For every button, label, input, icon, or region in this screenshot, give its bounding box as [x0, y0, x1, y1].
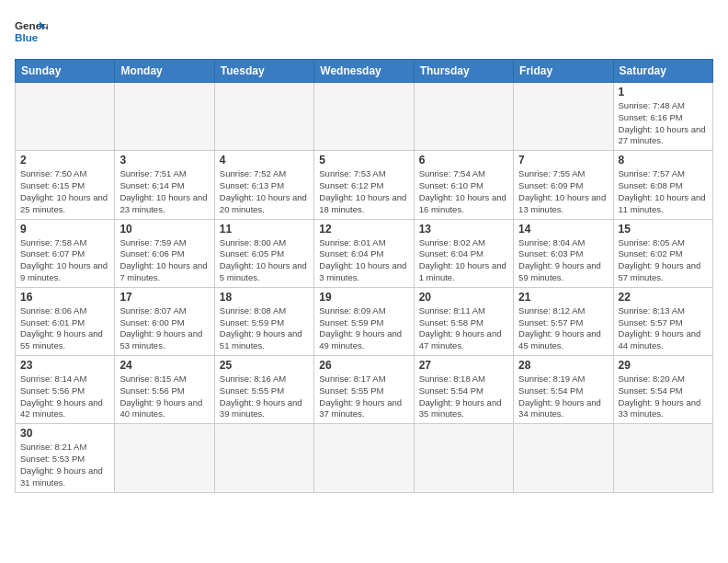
day-info: Sunrise: 7:50 AM Sunset: 6:15 PM Dayligh…	[20, 168, 109, 215]
calendar-cell: 27Sunrise: 8:18 AM Sunset: 5:54 PM Dayli…	[414, 356, 513, 424]
calendar-cell: 25Sunrise: 8:16 AM Sunset: 5:55 PM Dayli…	[214, 356, 313, 424]
day-number: 23	[20, 359, 109, 372]
day-number: 7	[518, 154, 608, 167]
day-number: 19	[319, 291, 408, 304]
day-info: Sunrise: 8:01 AM Sunset: 6:04 PM Dayligh…	[319, 237, 408, 284]
day-number: 28	[518, 359, 608, 372]
calendar-cell	[314, 424, 414, 492]
calendar-cell: 15Sunrise: 8:05 AM Sunset: 6:02 PM Dayli…	[613, 219, 712, 287]
calendar-cell: 2Sunrise: 7:50 AM Sunset: 6:15 PM Daylig…	[16, 151, 115, 219]
day-number: 17	[119, 291, 209, 304]
day-info: Sunrise: 8:18 AM Sunset: 5:54 PM Dayligh…	[419, 373, 508, 420]
calendar-cell: 8Sunrise: 7:57 AM Sunset: 6:08 PM Daylig…	[613, 151, 712, 219]
day-info: Sunrise: 7:48 AM Sunset: 6:16 PM Dayligh…	[619, 100, 708, 147]
day-number: 9	[20, 223, 109, 236]
calendar-week-3: 9Sunrise: 7:58 AM Sunset: 6:07 PM Daylig…	[16, 219, 713, 287]
calendar-cell: 9Sunrise: 7:58 AM Sunset: 6:07 PM Daylig…	[16, 219, 115, 287]
calendar-cell: 17Sunrise: 8:07 AM Sunset: 6:00 PM Dayli…	[115, 287, 214, 355]
day-number: 12	[319, 223, 408, 236]
day-info: Sunrise: 8:16 AM Sunset: 5:55 PM Dayligh…	[220, 373, 309, 420]
day-number: 13	[419, 223, 508, 236]
weekday-header-tuesday: Tuesday	[214, 60, 313, 83]
day-info: Sunrise: 8:12 AM Sunset: 5:57 PM Dayligh…	[518, 305, 608, 352]
day-info: Sunrise: 8:20 AM Sunset: 5:54 PM Dayligh…	[619, 373, 708, 420]
day-number: 22	[619, 291, 708, 304]
calendar-cell: 5Sunrise: 7:53 AM Sunset: 6:12 PM Daylig…	[314, 151, 414, 219]
calendar-cell: 16Sunrise: 8:06 AM Sunset: 6:01 PM Dayli…	[16, 287, 115, 355]
day-number: 15	[619, 223, 708, 236]
day-info: Sunrise: 8:21 AM Sunset: 5:53 PM Dayligh…	[20, 442, 109, 488]
day-info: Sunrise: 7:54 AM Sunset: 6:10 PM Dayligh…	[419, 168, 508, 215]
calendar-cell	[514, 424, 613, 492]
day-number: 20	[419, 291, 508, 304]
svg-text:Blue: Blue	[15, 31, 39, 43]
calendar-cell: 11Sunrise: 8:00 AM Sunset: 6:05 PM Dayli…	[214, 219, 313, 287]
logo: General Blue	[15, 15, 48, 48]
calendar-cell	[16, 83, 115, 151]
day-info: Sunrise: 8:06 AM Sunset: 6:01 PM Dayligh…	[20, 305, 109, 352]
calendar-cell	[214, 83, 313, 151]
day-info: Sunrise: 7:58 AM Sunset: 6:07 PM Dayligh…	[20, 237, 109, 284]
calendar-cell	[613, 424, 712, 492]
calendar-cell	[214, 424, 313, 492]
calendar-cell: 14Sunrise: 8:04 AM Sunset: 6:03 PM Dayli…	[514, 219, 613, 287]
day-number: 24	[119, 359, 209, 372]
day-number: 3	[119, 154, 209, 167]
day-info: Sunrise: 8:09 AM Sunset: 5:59 PM Dayligh…	[319, 305, 408, 352]
day-number: 29	[619, 359, 708, 372]
day-info: Sunrise: 8:19 AM Sunset: 5:54 PM Dayligh…	[518, 373, 608, 420]
day-info: Sunrise: 8:00 AM Sunset: 6:05 PM Dayligh…	[220, 237, 309, 284]
calendar-week-6: 30Sunrise: 8:21 AM Sunset: 5:53 PM Dayli…	[16, 424, 713, 492]
day-info: Sunrise: 7:57 AM Sunset: 6:08 PM Dayligh…	[619, 168, 708, 215]
calendar-cell: 22Sunrise: 8:13 AM Sunset: 5:57 PM Dayli…	[613, 287, 712, 355]
day-info: Sunrise: 8:08 AM Sunset: 5:59 PM Dayligh…	[220, 305, 309, 352]
calendar-cell	[115, 424, 214, 492]
calendar-cell	[514, 83, 613, 151]
day-number: 27	[419, 359, 508, 372]
day-info: Sunrise: 8:05 AM Sunset: 6:02 PM Dayligh…	[619, 237, 708, 284]
weekday-header-wednesday: Wednesday	[314, 60, 414, 83]
day-info: Sunrise: 8:13 AM Sunset: 5:57 PM Dayligh…	[619, 305, 708, 352]
day-number: 5	[319, 154, 408, 167]
day-info: Sunrise: 8:04 AM Sunset: 6:03 PM Dayligh…	[518, 237, 608, 284]
day-info: Sunrise: 7:52 AM Sunset: 6:13 PM Dayligh…	[220, 168, 309, 215]
day-number: 11	[220, 223, 309, 236]
calendar-cell: 20Sunrise: 8:11 AM Sunset: 5:58 PM Dayli…	[414, 287, 513, 355]
calendar-cell: 3Sunrise: 7:51 AM Sunset: 6:14 PM Daylig…	[115, 151, 214, 219]
day-info: Sunrise: 7:53 AM Sunset: 6:12 PM Dayligh…	[319, 168, 408, 215]
calendar-cell: 12Sunrise: 8:01 AM Sunset: 6:04 PM Dayli…	[314, 219, 414, 287]
page-header: General Blue	[15, 15, 713, 48]
calendar-cell: 18Sunrise: 8:08 AM Sunset: 5:59 PM Dayli…	[214, 287, 313, 355]
weekday-header-row: SundayMondayTuesdayWednesdayThursdayFrid…	[16, 60, 713, 83]
day-number: 4	[220, 154, 309, 167]
calendar-week-2: 2Sunrise: 7:50 AM Sunset: 6:15 PM Daylig…	[16, 151, 713, 219]
day-number: 16	[20, 291, 109, 304]
day-number: 14	[518, 223, 608, 236]
calendar-cell: 23Sunrise: 8:14 AM Sunset: 5:56 PM Dayli…	[16, 356, 115, 424]
day-info: Sunrise: 8:02 AM Sunset: 6:04 PM Dayligh…	[419, 237, 508, 284]
day-info: Sunrise: 8:15 AM Sunset: 5:56 PM Dayligh…	[119, 373, 209, 420]
day-number: 10	[119, 223, 209, 236]
calendar-cell: 4Sunrise: 7:52 AM Sunset: 6:13 PM Daylig…	[214, 151, 313, 219]
calendar-cell: 28Sunrise: 8:19 AM Sunset: 5:54 PM Dayli…	[514, 356, 613, 424]
calendar-cell: 7Sunrise: 7:55 AM Sunset: 6:09 PM Daylig…	[514, 151, 613, 219]
day-info: Sunrise: 8:17 AM Sunset: 5:55 PM Dayligh…	[319, 373, 408, 420]
calendar-week-5: 23Sunrise: 8:14 AM Sunset: 5:56 PM Dayli…	[16, 356, 713, 424]
calendar-cell: 21Sunrise: 8:12 AM Sunset: 5:57 PM Dayli…	[514, 287, 613, 355]
day-info: Sunrise: 8:14 AM Sunset: 5:56 PM Dayligh…	[20, 373, 109, 420]
weekday-header-sunday: Sunday	[16, 60, 115, 83]
calendar-cell: 26Sunrise: 8:17 AM Sunset: 5:55 PM Dayli…	[314, 356, 414, 424]
day-number: 8	[619, 154, 708, 167]
calendar-cell: 6Sunrise: 7:54 AM Sunset: 6:10 PM Daylig…	[414, 151, 513, 219]
logo-icon: General Blue	[15, 15, 48, 48]
day-number: 1	[619, 86, 708, 98]
day-number: 18	[220, 291, 309, 304]
weekday-header-monday: Monday	[115, 60, 214, 83]
calendar-cell	[414, 83, 513, 151]
calendar-cell	[314, 83, 414, 151]
calendar: SundayMondayTuesdayWednesdayThursdayFrid…	[15, 59, 713, 493]
calendar-cell: 13Sunrise: 8:02 AM Sunset: 6:04 PM Dayli…	[414, 219, 513, 287]
day-number: 30	[20, 427, 109, 440]
day-number: 25	[220, 359, 309, 372]
day-info: Sunrise: 8:07 AM Sunset: 6:00 PM Dayligh…	[119, 305, 209, 352]
